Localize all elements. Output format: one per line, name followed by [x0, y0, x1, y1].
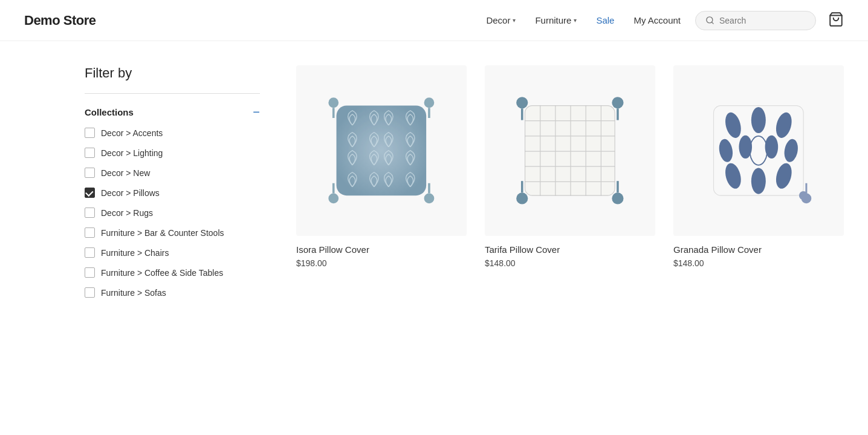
svg-point-5	[424, 98, 435, 108]
checkbox-furniture-sofas[interactable]	[85, 287, 95, 298]
filter-label-furniture-chairs: Furniture > Chairs	[101, 248, 169, 258]
nav-item-sale[interactable]: Sale	[596, 15, 614, 25]
product-section: Isora Pillow Cover$198.00 Tarifa Pillow …	[296, 65, 844, 298]
filter-label-furniture-coffee: Furniture > Coffee & Side Tables	[101, 268, 223, 278]
search-input[interactable]	[719, 16, 806, 25]
filter-item-furniture-coffee[interactable]: Furniture > Coffee & Side Tables	[85, 267, 260, 278]
collections-header: Collections −	[85, 106, 260, 118]
checkbox-furniture-bar[interactable]	[85, 227, 95, 238]
filter-divider	[85, 93, 260, 94]
nav-item-furniture[interactable]: Furniture ▾	[535, 15, 577, 25]
filter-item-decor-accents[interactable]: Decor > Accents	[85, 128, 260, 138]
product-price-isora: $198.00	[296, 258, 467, 268]
filter-item-furniture-sofas[interactable]: Furniture > Sofas	[85, 287, 260, 298]
svg-point-12	[516, 97, 528, 108]
svg-line-1	[711, 22, 713, 24]
decor-dropdown-icon: ▾	[513, 17, 516, 24]
product-card-tarifa[interactable]: Tarifa Pillow Cover$148.00	[485, 65, 655, 268]
site-logo[interactable]: Demo Store	[24, 13, 96, 28]
product-image-tarifa	[485, 65, 655, 236]
svg-point-7	[329, 194, 339, 204]
checkbox-furniture-coffee[interactable]	[85, 267, 95, 278]
collapse-icon[interactable]: −	[253, 106, 260, 118]
svg-point-3	[329, 98, 339, 108]
filter-item-decor-new[interactable]: Decor > New	[85, 168, 260, 178]
cart-icon[interactable]	[828, 11, 844, 30]
filter-item-furniture-bar[interactable]: Furniture > Bar & Counter Stools	[85, 227, 260, 238]
filter-label-decor-new: Decor > New	[101, 168, 150, 178]
product-price-tarifa: $148.00	[485, 258, 655, 268]
furniture-dropdown-icon: ▾	[574, 17, 577, 24]
filter-item-decor-rugs[interactable]: Decor > Rugs	[85, 208, 260, 218]
svg-point-35	[751, 107, 766, 133]
checkbox-decor-new[interactable]	[85, 168, 95, 178]
filter-label-decor-accents: Decor > Accents	[101, 128, 163, 138]
checkbox-decor-lighting[interactable]	[85, 148, 95, 158]
checkbox-decor-accents[interactable]	[85, 128, 95, 138]
pillow-svg-granada	[686, 78, 831, 223]
nav-item-decor[interactable]: Decor ▾	[486, 15, 516, 25]
collections-label: Collections	[85, 107, 134, 117]
main-content: Filter by Collections − Decor > AccentsD…	[0, 41, 868, 322]
sidebar-filter: Filter by Collections − Decor > AccentsD…	[85, 65, 260, 298]
product-name-granada: Granada Pillow Cover	[673, 244, 844, 255]
checkbox-decor-pillows[interactable]	[85, 188, 95, 198]
filter-item-furniture-chairs[interactable]: Furniture > Chairs	[85, 247, 260, 258]
main-nav: Decor ▾ Furniture ▾ Sale My Account	[486, 15, 681, 25]
filter-list: Decor > AccentsDecor > LightingDecor > N…	[85, 128, 260, 298]
product-image-granada	[673, 65, 844, 236]
checkbox-decor-rugs[interactable]	[85, 208, 95, 218]
filter-label-furniture-bar: Furniture > Bar & Counter Stools	[101, 228, 224, 238]
svg-point-18	[612, 193, 624, 204]
svg-point-42	[751, 168, 766, 194]
filter-label-decor-lighting: Decor > Lighting	[101, 148, 163, 158]
product-price-granada: $148.00	[673, 258, 844, 268]
header: Demo Store Decor ▾ Furniture ▾ Sale My A…	[0, 0, 868, 41]
svg-point-9	[424, 194, 435, 204]
pillow-svg-isora	[309, 78, 454, 223]
product-name-isora: Isora Pillow Cover	[296, 244, 467, 255]
search-bar[interactable]	[695, 11, 816, 30]
filter-item-decor-pillows[interactable]: Decor > Pillows	[85, 188, 260, 198]
svg-point-14	[612, 97, 624, 108]
svg-point-16	[516, 193, 528, 204]
nav-item-my-account[interactable]: My Account	[633, 15, 681, 25]
filter-label-decor-pillows: Decor > Pillows	[101, 188, 160, 198]
product-image-isora	[296, 65, 467, 236]
search-icon	[705, 16, 714, 25]
filter-item-decor-lighting[interactable]: Decor > Lighting	[85, 148, 260, 158]
pillow-svg-tarifa	[497, 78, 643, 223]
filter-label-furniture-sofas: Furniture > Sofas	[101, 288, 166, 298]
filter-title: Filter by	[85, 65, 260, 81]
svg-point-45	[799, 191, 808, 200]
product-card-isora[interactable]: Isora Pillow Cover$198.00	[296, 65, 467, 268]
checkbox-furniture-chairs[interactable]	[85, 247, 95, 258]
product-name-tarifa: Tarifa Pillow Cover	[485, 244, 655, 255]
product-card-granada[interactable]: Granada Pillow Cover$148.00	[673, 65, 844, 268]
filter-label-decor-rugs: Decor > Rugs	[101, 208, 153, 218]
product-grid: Isora Pillow Cover$198.00 Tarifa Pillow …	[296, 65, 844, 268]
